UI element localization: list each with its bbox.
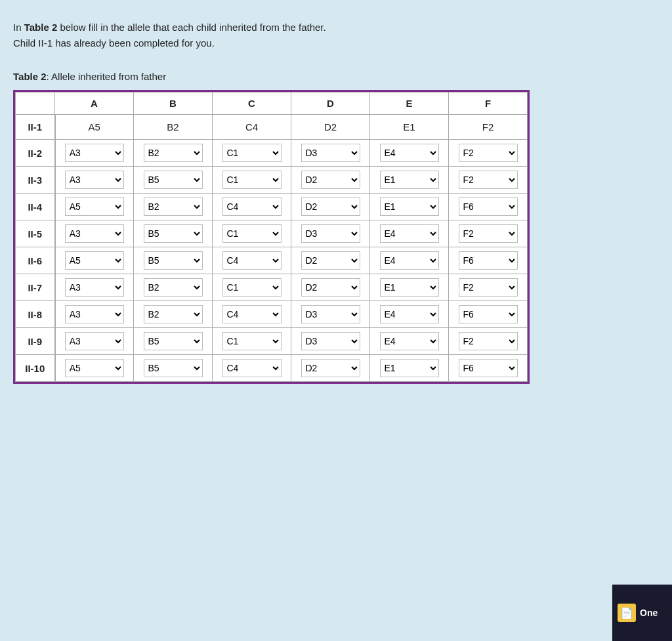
cell-II-10-D[interactable]: D2D3D1D4D5: [291, 355, 370, 382]
cell-II-2-B[interactable]: B2B5B1B3B4: [134, 140, 213, 167]
select-II-3-F[interactable]: F2F6F1F3F4F5: [459, 171, 518, 189]
select-II-5-E[interactable]: E4E1E2E3E5: [380, 224, 439, 243]
select-II-6-F[interactable]: F6F2F1F3F4F5: [459, 251, 518, 270]
cell-II-2-C[interactable]: C1C4C2C3C5: [213, 140, 291, 167]
select-II-5-F[interactable]: F2F6F1F3F4F5: [459, 224, 518, 243]
select-II-9-D[interactable]: D3D2D1D4D5: [301, 332, 360, 350]
select-II-10-D[interactable]: D2D3D1D4D5: [301, 359, 360, 377]
select-II-9-E[interactable]: E4E1E2E3E5: [380, 332, 439, 350]
cell-II-3-F[interactable]: F2F6F1F3F4F5: [449, 167, 528, 194]
select-II-3-B[interactable]: B5B2B1B3B4: [144, 171, 203, 189]
select-II-9-B[interactable]: B5B2B1B3B4: [144, 332, 203, 350]
select-II-8-D[interactable]: D3D2D1D4D5: [301, 305, 360, 323]
select-II-7-F[interactable]: F2F6F1F3F4F5: [459, 278, 518, 297]
select-II-8-F[interactable]: F6F2F1F3F4F5: [459, 305, 518, 323]
select-II-3-D[interactable]: D2D3D1D4D5: [301, 171, 360, 189]
select-II-10-A[interactable]: A5A3A1A2A4: [65, 359, 124, 377]
cell-II-7-D[interactable]: D2D3D1D4D5: [291, 274, 370, 301]
cell-II-9-B[interactable]: B5B2B1B3B4: [134, 328, 213, 355]
select-II-10-C[interactable]: C4C1C2C3C5: [222, 359, 282, 377]
select-II-8-B[interactable]: B2B5B1B3B4: [144, 305, 203, 323]
select-II-7-C[interactable]: C1C4C2C3C5: [222, 278, 282, 297]
cell-II-7-C[interactable]: C1C4C2C3C5: [213, 274, 291, 301]
cell-II-4-B[interactable]: B2B5B1B3B4: [134, 194, 213, 220]
select-II-4-C[interactable]: C4C1C2C3C5: [222, 197, 282, 216]
select-II-2-D[interactable]: D3D2D1D4D5: [301, 144, 360, 162]
cell-II-10-A[interactable]: A5A3A1A2A4: [55, 355, 134, 382]
cell-II-8-F[interactable]: F6F2F1F3F4F5: [449, 301, 528, 328]
select-II-4-F[interactable]: F6F2F1F3F4F5: [459, 197, 518, 216]
select-II-9-F[interactable]: F2F6F1F3F4F5: [459, 332, 518, 350]
cell-II-9-A[interactable]: A3A5A1A2A4: [55, 328, 134, 355]
cell-II-2-E[interactable]: E4E1E2E3E5: [370, 140, 449, 167]
select-II-6-B[interactable]: B5B2B1B3B4: [144, 251, 203, 270]
select-II-8-E[interactable]: E4E1E2E3E5: [380, 305, 439, 323]
cell-II-9-E[interactable]: E4E1E2E3E5: [370, 328, 449, 355]
cell-II-2-A[interactable]: A3A5A1A2A4: [55, 140, 134, 167]
select-II-2-C[interactable]: C1C4C2C3C5: [222, 144, 282, 162]
select-II-2-A[interactable]: A3A5A1A2A4: [65, 144, 124, 162]
select-II-5-C[interactable]: C1C4C2C3C5: [222, 224, 282, 243]
select-II-4-D[interactable]: D2D3D1D4D5: [301, 197, 360, 216]
select-II-7-A[interactable]: A3A5A1A2A4: [65, 278, 124, 297]
cell-II-4-D[interactable]: D2D3D1D4D5: [291, 194, 370, 220]
cell-II-6-C[interactable]: C4C1C2C3C5: [213, 247, 291, 274]
select-II-4-E[interactable]: E1E4E2E3E5: [380, 197, 439, 216]
cell-II-6-B[interactable]: B5B2B1B3B4: [134, 247, 213, 274]
select-II-3-A[interactable]: A3A5A1A2A4: [65, 171, 124, 189]
cell-II-10-C[interactable]: C4C1C2C3C5: [213, 355, 291, 382]
select-II-9-A[interactable]: A3A5A1A2A4: [65, 332, 124, 350]
cell-II-7-B[interactable]: B2B5B1B3B4: [134, 274, 213, 301]
select-II-5-D[interactable]: D3D2D1D4D5: [301, 224, 360, 243]
cell-II-7-F[interactable]: F2F6F1F3F4F5: [449, 274, 528, 301]
cell-II-4-F[interactable]: F6F2F1F3F4F5: [449, 194, 528, 220]
select-II-6-D[interactable]: D2D3D1D4D5: [301, 251, 360, 270]
cell-II-7-A[interactable]: A3A5A1A2A4: [55, 274, 134, 301]
select-II-6-A[interactable]: A5A3A1A2A4: [65, 251, 124, 270]
cell-II-10-F[interactable]: F6F2F1F3F4F5: [449, 355, 528, 382]
cell-II-5-C[interactable]: C1C4C2C3C5: [213, 220, 291, 247]
cell-II-6-F[interactable]: F6F2F1F3F4F5: [449, 247, 528, 274]
select-II-2-F[interactable]: F2F6F1F3F4F5: [459, 144, 518, 162]
select-II-10-F[interactable]: F6F2F1F3F4F5: [459, 359, 518, 377]
select-II-10-B[interactable]: B5B2B1B3B4: [144, 359, 203, 377]
cell-II-5-F[interactable]: F2F6F1F3F4F5: [449, 220, 528, 247]
cell-II-4-C[interactable]: C4C1C2C3C5: [213, 194, 291, 220]
select-II-4-A[interactable]: A5A3A1A2A4: [65, 197, 124, 216]
cell-II-9-F[interactable]: F2F6F1F3F4F5: [449, 328, 528, 355]
select-II-10-E[interactable]: E1E4E2E3E5: [380, 359, 439, 377]
select-II-6-C[interactable]: C4C1C2C3C5: [222, 251, 282, 270]
cell-II-8-C[interactable]: C4C1C2C3C5: [213, 301, 291, 328]
cell-II-3-A[interactable]: A3A5A1A2A4: [55, 167, 134, 194]
cell-II-4-A[interactable]: A5A3A1A2A4: [55, 194, 134, 220]
select-II-4-B[interactable]: B2B5B1B3B4: [144, 197, 203, 216]
cell-II-6-A[interactable]: A5A3A1A2A4: [55, 247, 134, 274]
select-II-3-E[interactable]: E1E4E2E3E5: [380, 171, 439, 189]
cell-II-2-F[interactable]: F2F6F1F3F4F5: [449, 140, 528, 167]
cell-II-6-E[interactable]: E4E1E2E3E5: [370, 247, 449, 274]
select-II-7-B[interactable]: B2B5B1B3B4: [144, 278, 203, 297]
cell-II-7-E[interactable]: E1E4E2E3E5: [370, 274, 449, 301]
select-II-9-C[interactable]: C1C4C2C3C5: [222, 332, 282, 350]
select-II-5-A[interactable]: A3A5A1A2A4: [65, 224, 124, 243]
cell-II-8-A[interactable]: A3A5A1A2A4: [55, 301, 134, 328]
select-II-7-D[interactable]: D2D3D1D4D5: [301, 278, 360, 297]
cell-II-3-E[interactable]: E1E4E2E3E5: [370, 167, 449, 194]
cell-II-3-C[interactable]: C1C4C2C3C5: [213, 167, 291, 194]
select-II-6-E[interactable]: E4E1E2E3E5: [380, 251, 439, 270]
cell-II-10-E[interactable]: E1E4E2E3E5: [370, 355, 449, 382]
cell-II-3-D[interactable]: D2D3D1D4D5: [291, 167, 370, 194]
cell-II-9-C[interactable]: C1C4C2C3C5: [213, 328, 291, 355]
cell-II-5-D[interactable]: D3D2D1D4D5: [291, 220, 370, 247]
select-II-7-E[interactable]: E1E4E2E3E5: [380, 278, 439, 297]
cell-II-8-E[interactable]: E4E1E2E3E5: [370, 301, 449, 328]
cell-II-2-D[interactable]: D3D2D1D4D5: [291, 140, 370, 167]
select-II-8-C[interactable]: C4C1C2C3C5: [222, 305, 282, 323]
cell-II-9-D[interactable]: D3D2D1D4D5: [291, 328, 370, 355]
cell-II-5-E[interactable]: E4E1E2E3E5: [370, 220, 449, 247]
select-II-8-A[interactable]: A3A5A1A2A4: [65, 305, 124, 323]
select-II-3-C[interactable]: C1C4C2C3C5: [222, 171, 282, 189]
cell-II-6-D[interactable]: D2D3D1D4D5: [291, 247, 370, 274]
cell-II-10-B[interactable]: B5B2B1B3B4: [134, 355, 213, 382]
cell-II-3-B[interactable]: B5B2B1B3B4: [134, 167, 213, 194]
